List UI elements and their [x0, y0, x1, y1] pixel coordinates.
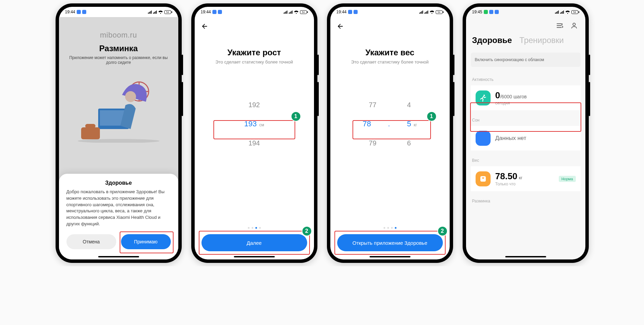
signal-icon [560, 10, 564, 14]
signal-icon [419, 10, 423, 14]
moon-icon [476, 131, 491, 146]
sheet-title: Здоровье [66, 180, 171, 186]
status-indicator-icon [489, 10, 493, 14]
status-indicator-icon [348, 10, 352, 14]
status-indicator-icon [495, 10, 499, 14]
wifi-icon [294, 10, 299, 14]
annotation-badge-1: 1 [426, 111, 437, 122]
status-time: 19:44 [65, 10, 75, 14]
picker-prev-int: 77 [369, 101, 376, 109]
phone-4: 19:45 54 Здоровье [463, 3, 589, 263]
wifi-icon [158, 10, 163, 14]
page-subtitle: Приложение может напомнить о разминке, е… [59, 55, 178, 65]
highlight-box [334, 231, 446, 255]
phone-3: 19:44 54 Укажите вес Это сделает статист… [327, 3, 453, 263]
picker-prev: 192 [249, 101, 260, 109]
sheet-body: Добро пожаловать в приложение Здоровье! … [66, 189, 171, 227]
status-indicator-icon [484, 10, 488, 14]
status-bar: 19:44 54 [330, 7, 450, 17]
signal-icon [555, 10, 559, 14]
signal-icon [424, 10, 428, 14]
battery-icon: 54 [300, 10, 308, 14]
sleep-text: Данных нет [495, 135, 576, 142]
signal-icon [148, 10, 152, 14]
home-indicator[interactable] [234, 256, 275, 257]
tab-workout[interactable]: Тренировки [520, 36, 564, 45]
home-indicator[interactable] [98, 256, 139, 257]
tab-health[interactable]: Здоровье [472, 36, 512, 45]
signal-icon [153, 10, 157, 14]
phone-2: 19:44 54 Укажите рост Это сделает статис… [191, 3, 317, 263]
phone-1: 19:44 54 miboom.ru Разминка Прилож [56, 3, 182, 263]
weight-unit: кг [519, 175, 522, 180]
highlight-box [470, 102, 581, 132]
svg-point-10 [483, 95, 485, 96]
section-weight-label: Вес [466, 152, 585, 165]
battery-icon: 54 [164, 10, 172, 14]
weight-card[interactable]: 78.50 кг Только что Норма [471, 166, 581, 191]
steps-value: 0 [495, 90, 500, 100]
status-indicator-icon [218, 10, 222, 14]
annotation-badge-2: 2 [437, 226, 448, 236]
back-button[interactable] [336, 23, 344, 30]
status-indicator-icon [77, 10, 81, 14]
annotation-badge-2: 2 [302, 226, 312, 236]
weight-status-badge: Норма [559, 176, 576, 182]
profile-icon[interactable] [570, 22, 578, 29]
settings-icon[interactable] [556, 22, 564, 29]
weight-value: 78.50 [495, 171, 518, 181]
page-subtitle: Это сделает статистику более точной [195, 59, 314, 65]
page-title: Укажите рост [195, 48, 314, 57]
wifi-icon [430, 10, 434, 14]
wifi-icon [565, 10, 570, 14]
picker-next-int: 79 [369, 139, 376, 147]
picker-next: 194 [249, 139, 260, 147]
highlight-box [199, 231, 310, 255]
status-bar: 19:44 54 [195, 7, 314, 17]
highlight-box [353, 120, 431, 139]
status-indicator-icon [212, 10, 216, 14]
status-indicator-icon [354, 10, 358, 14]
page-indicator [195, 227, 314, 229]
page-indicator [330, 227, 450, 229]
svg-point-3 [125, 91, 136, 102]
back-button[interactable] [201, 23, 208, 30]
signal-icon [289, 10, 293, 14]
page-subtitle: Это сделает статистику более точной [330, 59, 450, 65]
signal-icon [284, 10, 287, 14]
section-activity-label: Активность [466, 71, 585, 84]
svg-rect-6 [81, 127, 100, 139]
picker-prev-dec: 4 [407, 101, 411, 109]
highlight-box [213, 120, 295, 139]
picker-next-dec: 6 [407, 139, 411, 147]
cancel-button[interactable]: Отмена [66, 234, 116, 249]
svg-point-9 [573, 23, 575, 26]
section-warmup-label: Разминка [466, 193, 585, 206]
cloud-sync-banner[interactable]: Включить синхронизацию с облаком [471, 53, 581, 67]
status-time: 19:44 [201, 10, 211, 14]
watermark: miboom.ru [59, 31, 178, 40]
status-bar: 19:45 54 [466, 7, 585, 17]
steps-goal: /6000 шагов [500, 94, 527, 99]
status-indicator-icon [82, 10, 86, 14]
tabs: Здоровье Тренировки [466, 29, 585, 48]
illustration [71, 74, 166, 143]
svg-rect-7 [85, 124, 95, 128]
annotation-badge-1: 1 [291, 111, 301, 122]
status-time: 19:44 [336, 10, 347, 14]
scale-icon [476, 171, 491, 186]
home-indicator[interactable] [505, 256, 546, 257]
page-title: Разминка [59, 44, 178, 53]
weight-sub: Только что [495, 182, 554, 186]
svg-point-8 [78, 139, 160, 143]
battery-icon: 54 [436, 10, 444, 14]
page-title: Укажите вес [330, 48, 450, 57]
home-indicator[interactable] [370, 256, 410, 257]
battery-icon: 54 [571, 10, 579, 14]
status-bar: 19:44 54 [59, 7, 178, 17]
highlight-box [120, 231, 174, 253]
status-time: 19:45 [472, 10, 482, 14]
